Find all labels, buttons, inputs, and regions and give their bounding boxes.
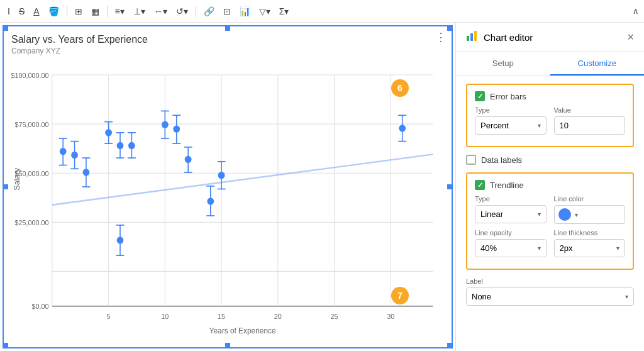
filter-icon[interactable]: ▽▾ <box>257 5 273 18</box>
trendline-type-select[interactable]: Linear ▾ <box>475 205 547 223</box>
merge-icon[interactable]: ▦ <box>89 5 102 18</box>
svg-point-78 <box>399 125 406 131</box>
valign-icon[interactable]: ⊥▾ <box>131 5 148 18</box>
trendline-checkbox-row: Trendline <box>475 180 625 190</box>
chart-content: $100,000.00 $75,000.00 $50,000.00 $25,00… <box>11 60 447 342</box>
chart-container: ⋮ Salary vs. Years of Experience Company… <box>3 25 453 348</box>
error-bars-type-label: Type <box>475 106 547 114</box>
error-bars-checkbox[interactable] <box>475 91 485 101</box>
close-button[interactable]: × <box>627 31 634 44</box>
trendline-opacity-group: Line opacity 40% ▾ <box>475 229 547 257</box>
error-bars-value-input[interactable] <box>554 116 626 135</box>
svg-text:$75,000.00: $75,000.00 <box>14 120 48 128</box>
trendline-checkbox[interactable] <box>475 180 485 190</box>
chart-editor-icon <box>466 30 477 44</box>
svg-point-50 <box>128 142 135 149</box>
trendline-thickness-group: Line thickness 2px ▾ <box>554 229 626 257</box>
svg-rect-81 <box>474 31 477 41</box>
trendline-color-label: Line color <box>554 195 626 203</box>
divider-3 <box>196 6 196 17</box>
function-icon[interactable]: Σ▾ <box>277 5 292 18</box>
svg-point-54 <box>117 237 124 243</box>
error-bars-label: Error bars <box>490 92 526 101</box>
svg-line-26 <box>52 154 433 204</box>
chart-inner: Salary vs. Years of Experience Company X… <box>4 26 452 347</box>
trendline-label: Trendline <box>490 181 524 190</box>
chevron-down-icon: ▾ <box>538 245 541 252</box>
tab-setup[interactable]: Setup <box>456 52 550 75</box>
chart-title: Salary vs. Years of Experience <box>11 34 447 45</box>
chevron-down-icon: ▾ <box>538 211 541 218</box>
svg-point-70 <box>207 198 214 204</box>
handle-br[interactable] <box>447 343 452 348</box>
handle-bl[interactable] <box>3 343 8 348</box>
trendline-type-label: Type <box>475 195 547 203</box>
handle-mr[interactable] <box>447 184 452 189</box>
error-bars-form-row: Type Percent ▾ Value <box>475 106 625 135</box>
svg-point-34 <box>71 152 78 159</box>
handle-tr[interactable] <box>447 26 452 31</box>
chevron-down-icon: ▾ <box>575 211 578 218</box>
trendline-thickness-label: Line thickness <box>554 229 626 237</box>
svg-rect-79 <box>467 36 469 41</box>
svg-point-46 <box>117 142 124 149</box>
svg-rect-80 <box>470 33 473 41</box>
chart-icon[interactable]: 📊 <box>237 5 253 18</box>
handle-ml[interactable] <box>3 184 8 189</box>
chart-editor-panel: Chart editor × Setup Customize Error bar… <box>455 23 644 351</box>
chevron-down-icon: ▾ <box>616 245 619 252</box>
wrap-icon[interactable]: ↔▾ <box>152 5 170 18</box>
svg-text:$25,000.00: $25,000.00 <box>14 219 48 226</box>
error-bars-value-group: Value <box>554 106 626 135</box>
handle-tm[interactable] <box>225 26 230 31</box>
label-section: Label None ▾ <box>466 277 634 306</box>
svg-point-30 <box>60 148 67 155</box>
svg-text:25: 25 <box>331 313 338 320</box>
error-bars-value-label: Value <box>554 106 626 114</box>
collapse-icon[interactable]: ∧ <box>633 6 639 16</box>
panel-tabs: Setup Customize <box>456 52 644 76</box>
trendline-opacity-label: Line opacity <box>475 229 547 237</box>
svg-point-42 <box>105 129 112 136</box>
label-select[interactable]: None ▾ <box>466 287 634 306</box>
data-labels-row: Data labels <box>466 155 634 165</box>
chevron-down-icon: ▾ <box>538 122 541 129</box>
svg-text:10: 10 <box>161 313 169 320</box>
italic-icon[interactable]: I <box>5 5 13 18</box>
comment-icon[interactable]: ⊡ <box>221 5 233 18</box>
data-labels-checkbox[interactable] <box>466 155 476 165</box>
svg-text:Salary: Salary <box>13 167 21 191</box>
rotate-icon[interactable]: ↺▾ <box>174 5 191 18</box>
callout-6: 6 <box>391 79 409 97</box>
handle-tl[interactable] <box>3 26 8 31</box>
main-area: ⋮ Salary vs. Years of Experience Company… <box>0 23 644 351</box>
handle-bm[interactable] <box>225 343 230 348</box>
svg-text:$0.00: $0.00 <box>31 303 48 310</box>
chevron-down-icon: ▾ <box>625 293 628 300</box>
trendline-opacity-select[interactable]: 40% ▾ <box>475 239 547 257</box>
divider-2 <box>107 6 108 17</box>
borders-icon[interactable]: ⊞ <box>72 5 85 18</box>
panel-header: Chart editor × <box>456 23 644 52</box>
error-bars-checkbox-row: Error bars <box>475 91 625 101</box>
tab-customize[interactable]: Customize <box>550 52 645 75</box>
data-labels-label: Data labels <box>481 155 522 165</box>
link-icon[interactable]: 🔗 <box>201 5 217 18</box>
underline-icon[interactable]: A <box>31 5 42 18</box>
error-bars-type-group: Type Percent ▾ <box>475 106 547 135</box>
fill-color-icon[interactable]: 🪣 <box>46 5 62 18</box>
strikethrough-icon[interactable]: S <box>16 5 27 18</box>
trendline-thickness-select[interactable]: 2px ▾ <box>554 239 626 257</box>
scatter-chart: $100,000.00 $75,000.00 $50,000.00 $25,00… <box>11 60 447 342</box>
svg-point-62 <box>173 125 180 132</box>
svg-text:15: 15 <box>218 313 225 320</box>
color-swatch <box>558 208 571 221</box>
svg-text:Years of Experience: Years of Experience <box>209 326 276 335</box>
chart-menu-icon[interactable]: ⋮ <box>435 30 447 44</box>
align-icon[interactable]: ≡▾ <box>113 5 127 18</box>
trendline-style-row: Line opacity 40% ▾ Line thickness 2px ▾ <box>475 229 625 257</box>
divider-1 <box>67 6 67 17</box>
trendline-color-select[interactable]: ▾ <box>554 205 626 224</box>
error-bars-type-select[interactable]: Percent ▾ <box>475 116 547 135</box>
trendline-type-row: Type Linear ▾ Line color ▾ <box>475 195 625 224</box>
